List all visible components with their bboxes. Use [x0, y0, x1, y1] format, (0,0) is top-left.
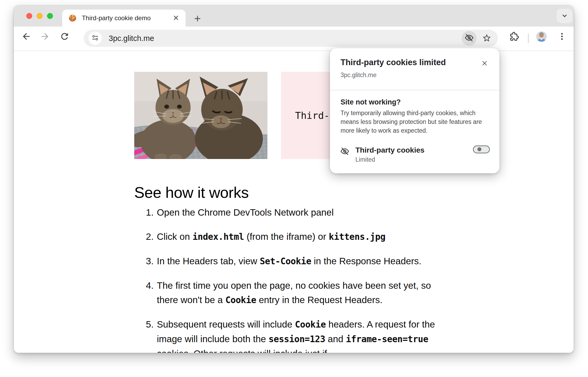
popup-section-title: Site not working? [341, 98, 401, 106]
list-item-text: Open the Chrome DevTools Network panel [157, 205, 334, 220]
back-button[interactable] [19, 29, 34, 44]
browser-menu-button[interactable] [555, 29, 569, 44]
list-item-text: Subsequent requests will include Cookie … [157, 317, 435, 353]
site-settings-icon [91, 34, 99, 43]
iframe-text: Third- [281, 110, 330, 121]
eye-off-icon [340, 146, 350, 157]
list-item-number: 4. [138, 278, 154, 307]
third-party-cookies-indicator-button[interactable] [462, 31, 477, 46]
forward-button[interactable] [37, 29, 52, 44]
list-item: 4.The first time you open the page, no c… [138, 278, 473, 307]
cookie-favicon-icon: 🍪 [69, 15, 77, 21]
list-item-number: 1. [138, 205, 154, 220]
forward-arrow-icon [40, 31, 50, 42]
list-item-number: 5. [138, 317, 154, 353]
address-bar[interactable]: 3pc.glitch.me [84, 30, 498, 47]
steps-list: 1.Open the Chrome DevTools Network panel… [138, 205, 473, 353]
reload-button[interactable] [57, 29, 72, 44]
list-item: 1.Open the Chrome DevTools Network panel [138, 205, 473, 220]
eye-off-icon [464, 33, 474, 44]
popup-close-button[interactable] [478, 57, 491, 70]
toggle-status: Limited [355, 156, 375, 163]
list-item-text: In the Headers tab, view Set-Cookie in t… [157, 254, 421, 269]
window-minimize-button[interactable] [37, 13, 43, 19]
star-icon [482, 33, 492, 44]
window-close-button[interactable] [26, 13, 32, 19]
bookmark-button[interactable] [479, 31, 494, 46]
tab-close-button[interactable] [171, 13, 181, 23]
avatar-photo [536, 31, 547, 42]
url-text[interactable]: 3pc.glitch.me [109, 34, 462, 43]
popup-title: Third-party cookies limited [341, 58, 446, 67]
cookies-popup: Third-party cookies limited 3pc.glitch.m… [330, 48, 499, 173]
list-item: 5.Subsequent requests will include Cooki… [138, 317, 473, 353]
list-item-text: The first time you open the page, no coo… [157, 278, 431, 307]
back-arrow-icon [21, 31, 31, 42]
list-item-number: 3. [138, 254, 154, 269]
window-zoom-button[interactable] [47, 13, 53, 19]
popup-section-body: Try temporarily allowing third-party coo… [341, 109, 491, 135]
page-title: See how it works [134, 183, 249, 201]
list-item: 2.Click on index.html (from the iframe) … [138, 229, 473, 244]
reload-icon [60, 31, 70, 42]
close-icon [173, 14, 179, 22]
toolbar-divider [528, 33, 529, 43]
browser-toolbar: 3pc.glitch.me [14, 27, 574, 51]
popup-site: 3pc.glitch.me [341, 72, 377, 79]
puzzle-icon [509, 31, 519, 43]
chevron-down-icon [561, 12, 569, 20]
list-item-text: Click on index.html (from the iframe) or… [157, 229, 385, 244]
browser-tab[interactable]: 🍪 Third-party cookie demo [62, 10, 186, 27]
popup-divider [330, 90, 499, 90]
tab-overview-button[interactable] [557, 9, 573, 23]
kittens-image [134, 72, 267, 159]
list-item-number: 2. [138, 229, 154, 244]
close-icon [481, 60, 488, 68]
new-tab-button[interactable] [191, 13, 204, 25]
plus-icon [193, 14, 202, 24]
site-info-button[interactable] [89, 32, 102, 45]
extensions-button[interactable] [506, 29, 521, 44]
profile-avatar[interactable] [536, 31, 547, 42]
desktop-background: 🍪 Third-party cookie demo [0, 0, 588, 377]
list-item: 3.In the Headers tab, view Set-Cookie in… [138, 254, 473, 269]
window-controls [26, 13, 53, 19]
toggle-label: Third-party cookies [355, 146, 425, 154]
tab-title: Third-party cookie demo [82, 14, 171, 22]
third-party-cookies-toggle[interactable] [473, 145, 490, 153]
toggle-knob [477, 147, 481, 151]
three-dots-icon [557, 32, 566, 42]
tab-strip: 🍪 Third-party cookie demo [14, 5, 574, 27]
